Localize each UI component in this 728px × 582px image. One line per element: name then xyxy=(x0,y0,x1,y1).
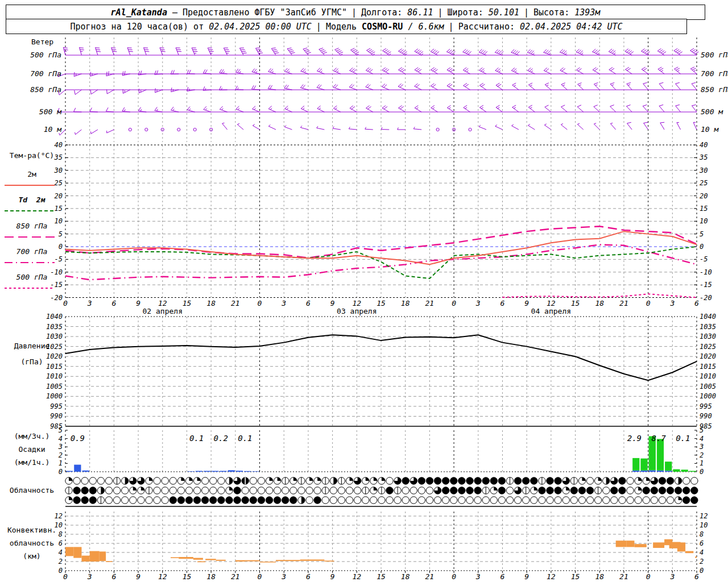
svg-text:25: 25 xyxy=(700,179,708,187)
meteogram-page: { "header": { "sep": "|", "station": "rA… xyxy=(0,0,728,582)
svg-text:15: 15 xyxy=(55,205,63,213)
svg-text:6: 6 xyxy=(306,572,311,581)
svg-text:0.2: 0.2 xyxy=(214,434,228,443)
svg-text:6: 6 xyxy=(500,572,505,581)
svg-text:1035: 1035 xyxy=(46,323,63,331)
svg-text:15: 15 xyxy=(377,299,386,307)
svg-text:12: 12 xyxy=(158,299,167,307)
svg-text:21: 21 xyxy=(231,572,240,581)
svg-text:30: 30 xyxy=(54,167,63,174)
svg-text:500 гПа: 500 гПа xyxy=(701,51,728,59)
svg-text:0.1: 0.1 xyxy=(238,434,252,443)
svg-text:1: 1 xyxy=(59,459,63,467)
svg-text:12: 12 xyxy=(547,299,556,307)
svg-text:21: 21 xyxy=(231,299,240,307)
svg-text:0: 0 xyxy=(258,299,262,307)
svg-text:3: 3 xyxy=(58,443,63,451)
time-axis-lower: 036912151821036912151821036912151821036 xyxy=(63,571,699,581)
svg-text:1035: 1035 xyxy=(700,323,716,331)
svg-text:20: 20 xyxy=(700,192,708,200)
svg-text:6: 6 xyxy=(111,572,116,581)
svg-text:15: 15 xyxy=(183,299,192,307)
cloud-panel xyxy=(65,477,698,506)
svg-text:1015: 1015 xyxy=(46,363,63,371)
svg-text:3: 3 xyxy=(87,572,92,581)
svg-text:15: 15 xyxy=(571,572,580,581)
svg-text:0.1: 0.1 xyxy=(189,434,204,443)
svg-text:990: 990 xyxy=(50,412,63,420)
wind-row-10м xyxy=(59,122,697,135)
svg-text:700 гПа: 700 гПа xyxy=(701,69,728,78)
wind-row-850гПа xyxy=(58,82,697,95)
svg-text:15: 15 xyxy=(183,572,192,581)
svg-text:3: 3 xyxy=(281,299,286,307)
svg-text:4: 4 xyxy=(700,435,704,443)
svg-text:-10: -10 xyxy=(700,268,712,276)
svg-text:995: 995 xyxy=(700,402,712,410)
svg-text:0: 0 xyxy=(452,572,456,581)
svg-text:10: 10 xyxy=(55,217,63,225)
svg-text:18: 18 xyxy=(595,572,604,581)
svg-text:0: 0 xyxy=(63,572,68,581)
svg-text:0: 0 xyxy=(59,567,63,575)
svg-text:1000: 1000 xyxy=(700,392,716,400)
svg-text:3: 3 xyxy=(475,299,481,307)
svg-text:4: 4 xyxy=(700,548,704,556)
svg-text:6: 6 xyxy=(59,539,63,547)
svg-text:-20: -20 xyxy=(700,294,712,302)
svg-text:0: 0 xyxy=(646,572,651,581)
svg-text:21: 21 xyxy=(425,572,435,581)
temperature-legend-swatches xyxy=(5,185,55,288)
svg-text:21: 21 xyxy=(619,299,628,307)
svg-text:10: 10 xyxy=(55,521,63,529)
svg-text:6: 6 xyxy=(694,572,699,581)
svg-text:2: 2 xyxy=(59,451,63,459)
svg-text:-5: -5 xyxy=(700,255,708,263)
svg-text:15: 15 xyxy=(700,205,708,213)
svg-text:0: 0 xyxy=(700,468,704,476)
svg-text:1025: 1025 xyxy=(46,343,63,351)
svg-text:700 гПа: 700 гПа xyxy=(30,69,61,78)
svg-text:18: 18 xyxy=(401,572,410,581)
svg-text:21: 21 xyxy=(425,299,435,307)
svg-text:995: 995 xyxy=(50,402,63,410)
svg-text:18: 18 xyxy=(595,299,604,307)
svg-text:850 гПа: 850 гПа xyxy=(701,85,728,94)
svg-text:1: 1 xyxy=(700,459,704,467)
svg-text:850 гПа: 850 гПа xyxy=(30,85,61,94)
svg-text:15: 15 xyxy=(571,299,580,307)
svg-text:12: 12 xyxy=(352,572,361,581)
svg-text:12: 12 xyxy=(547,572,556,581)
svg-text:15: 15 xyxy=(377,572,386,581)
svg-text:3: 3 xyxy=(669,572,675,581)
svg-text:0: 0 xyxy=(63,299,68,307)
svg-text:10: 10 xyxy=(700,521,708,529)
svg-text:02 апреля: 02 апреля xyxy=(143,307,183,315)
svg-text:8: 8 xyxy=(59,530,63,538)
svg-text:40: 40 xyxy=(55,141,63,149)
svg-text:12: 12 xyxy=(158,572,167,581)
svg-text:9: 9 xyxy=(524,572,529,581)
svg-text:1010: 1010 xyxy=(46,372,63,380)
svg-text:3: 3 xyxy=(281,572,286,581)
svg-text:-20: -20 xyxy=(50,294,63,302)
svg-text:12: 12 xyxy=(700,512,708,520)
svg-text:10: 10 xyxy=(700,217,708,225)
svg-text:6: 6 xyxy=(111,299,116,307)
svg-text:40: 40 xyxy=(700,141,708,149)
svg-text:5: 5 xyxy=(59,426,63,434)
svg-text:25: 25 xyxy=(55,179,63,187)
svg-text:10 м: 10 м xyxy=(701,125,719,134)
wind-row-500м xyxy=(57,105,697,112)
svg-text:3: 3 xyxy=(669,299,675,307)
svg-text:35: 35 xyxy=(54,153,63,161)
svg-text:1030: 1030 xyxy=(700,332,716,340)
meteogram-canvas: 500 гПа500 гПа700 гПа700 гПа850 гПа850 г… xyxy=(0,0,728,582)
svg-text:6: 6 xyxy=(500,299,505,307)
svg-text:2: 2 xyxy=(700,558,704,566)
svg-text:18: 18 xyxy=(206,572,216,581)
svg-text:0.1: 0.1 xyxy=(676,434,690,443)
svg-text:2: 2 xyxy=(59,558,63,566)
svg-text:5: 5 xyxy=(59,230,63,238)
svg-text:990: 990 xyxy=(700,412,712,420)
